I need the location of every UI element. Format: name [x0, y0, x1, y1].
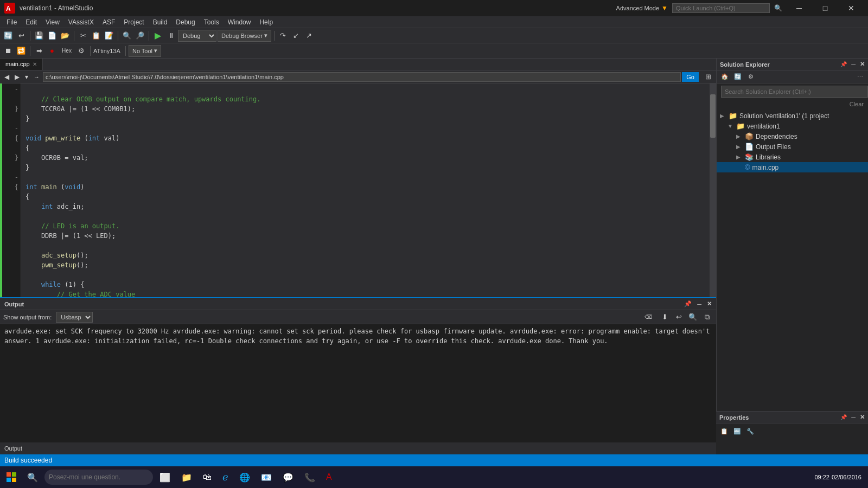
output-external-button[interactable]: ⧉	[701, 311, 713, 323]
se-home-button[interactable]: 🏠	[719, 71, 731, 83]
output-find-button[interactable]: 🔍	[687, 311, 699, 323]
copy-button[interactable]: 📋	[90, 30, 102, 42]
solution-explorer-search[interactable]	[721, 86, 868, 98]
nav-dropdown-button[interactable]: ▾	[23, 72, 30, 82]
se-search-container	[717, 84, 868, 100]
cut-button[interactable]: ✂	[77, 30, 89, 42]
tab-main-cpp[interactable]: main.cpp ✕	[0, 59, 43, 70]
menu-project[interactable]: Project	[119, 17, 148, 27]
atmel-taskbar[interactable]: A	[322, 467, 336, 487]
ie-taskbar[interactable]: ℯ	[218, 467, 233, 487]
se-more-button[interactable]: ⋯	[854, 71, 866, 83]
expand-editor-button[interactable]: ⊞	[702, 71, 714, 83]
step-out-button[interactable]: ↗	[303, 30, 315, 42]
maximize-button[interactable]: □	[813, 0, 838, 16]
nav-forward-button[interactable]: ▶	[12, 72, 22, 82]
step-over-button[interactable]: ↷	[277, 30, 289, 42]
toolbar-1: 🔄 ↩ 💾 📄 📂 ✂ 📋 📝 🔍 🔎 ▶ ⏸ Debug Release De…	[0, 28, 868, 43]
stop-button[interactable]: ⏹	[2, 45, 14, 57]
save-button[interactable]: 💾	[33, 30, 45, 42]
pause-button[interactable]: ⏸	[165, 30, 177, 42]
menu-help[interactable]: Help	[255, 17, 277, 27]
file-explorer-taskbar[interactable]: 📁	[177, 467, 196, 487]
output-content: avrdude.exe: set SCK frequency to 32000 …	[0, 324, 716, 442]
nav-path-input[interactable]	[43, 72, 681, 82]
tree-solution[interactable]: ▶ 📁 Solution 'ventilation1' (1 project	[717, 111, 868, 121]
output-scroll-button[interactable]: ⬇	[659, 311, 671, 323]
output-close-button[interactable]: ✕	[707, 300, 712, 307]
config-dropdown[interactable]: Debug Release	[178, 30, 216, 42]
status-bar: Build succeeded	[0, 454, 868, 466]
skype-taskbar[interactable]: 📞	[300, 467, 320, 487]
paste-button[interactable]: 📝	[103, 30, 115, 42]
output-clear-button[interactable]: ⌫	[640, 311, 656, 323]
play-button[interactable]: ▶	[152, 30, 164, 42]
menu-vassistx[interactable]: VAssistX	[64, 17, 98, 27]
no-tool-button[interactable]: No Tool ▾	[129, 45, 161, 57]
minimize-button[interactable]: ─	[787, 0, 812, 16]
props-category-button[interactable]: 📋	[718, 425, 730, 437]
menu-view[interactable]: View	[41, 17, 64, 27]
se-refresh-button[interactable]: 🔄	[732, 71, 744, 83]
output-minus-button[interactable]: ─	[695, 301, 704, 307]
close-button[interactable]: ✕	[839, 0, 864, 16]
tab-close-button[interactable]: ✕	[33, 61, 37, 67]
settings-button[interactable]: ⚙	[75, 45, 87, 57]
props-pin-icon: 📌	[840, 414, 847, 420]
props-alpha-button[interactable]: 🔤	[731, 425, 743, 437]
tree-libraries[interactable]: ▶ 📚 Libraries	[717, 152, 868, 162]
menu-edit[interactable]: Edit	[21, 17, 41, 27]
messenger-taskbar[interactable]: 💬	[278, 467, 298, 487]
props-minus-button[interactable]: ─	[849, 414, 858, 421]
editor-scrollbar[interactable]	[710, 84, 716, 297]
nav-back-button[interactable]: ◀	[2, 72, 11, 82]
tree-output-files[interactable]: ▶ 📄 Output Files	[717, 142, 868, 152]
new-button[interactable]: 🔄	[2, 30, 14, 42]
tree-main-cpp[interactable]: © main.cpp	[717, 162, 868, 172]
se-close-button[interactable]: ✕	[860, 61, 865, 68]
breakpoint-button[interactable]: ●	[46, 45, 58, 57]
menu-tools[interactable]: Tools	[200, 17, 224, 27]
se-title: Solution Explorer	[720, 61, 770, 68]
tree-dependencies[interactable]: ▶ 📦 Dependencies	[717, 131, 868, 142]
nav-go-button[interactable]: Go	[682, 72, 699, 82]
search-taskbar-button[interactable]: 🔍	[23, 467, 42, 487]
outlook-taskbar[interactable]: 📧	[257, 467, 276, 487]
restart-button[interactable]: 🔁	[15, 45, 27, 57]
open-button[interactable]: 📂	[59, 30, 71, 42]
svg-rect-3	[12, 472, 16, 477]
chrome-taskbar[interactable]: 🌐	[235, 467, 254, 487]
debug-browser-button[interactable]: Debug Browser ▾	[218, 30, 271, 42]
find-button[interactable]: 🔍	[121, 30, 133, 42]
menu-file[interactable]: File	[2, 17, 21, 27]
task-view-button[interactable]: ⬜	[155, 467, 175, 487]
run-to-cursor[interactable]: ➡	[33, 45, 45, 57]
editor-scrollbar-thumb[interactable]	[710, 94, 716, 138]
tree-project[interactable]: ▼ 📁 ventilation1	[717, 121, 868, 131]
separator-3	[118, 31, 118, 41]
quick-launch-input[interactable]	[672, 3, 770, 13]
zoom-button[interactable]: 🔎	[134, 30, 146, 42]
output-wrap-button[interactable]: ↩	[673, 311, 685, 323]
tb2-sep-2	[90, 46, 91, 56]
undo-button[interactable]: ↩	[15, 30, 27, 42]
menu-debug[interactable]: Debug	[171, 17, 199, 27]
menu-asf[interactable]: ASF	[98, 17, 119, 27]
props-wrench-button[interactable]: 🔧	[744, 425, 756, 437]
taskbar-search-input[interactable]	[44, 470, 153, 485]
props-close-button[interactable]: ✕	[860, 414, 865, 421]
se-settings-button[interactable]: ⚙	[745, 71, 757, 83]
app-title: ventilation1 - AtmelStudio	[20, 4, 616, 12]
output-source-dropdown[interactable]: Usbasp Build Debug	[56, 312, 93, 323]
step-in-button[interactable]: ↙	[290, 30, 302, 42]
menu-build[interactable]: Build	[149, 17, 172, 27]
store-taskbar[interactable]: 🛍	[199, 467, 216, 487]
menu-window[interactable]: Window	[224, 17, 256, 27]
nav-bar: ◀ ▶ ▾ → Go ⊞	[0, 70, 716, 84]
start-button[interactable]	[2, 467, 21, 487]
se-minus-button[interactable]: ─	[849, 61, 858, 68]
save-all-button[interactable]: 📄	[46, 30, 58, 42]
editor-section: - } - { } - {	[0, 84, 716, 297]
code-content[interactable]: // Clear OC0B output on compare match, u…	[21, 84, 710, 297]
hex-button[interactable]: Hex	[59, 45, 74, 57]
